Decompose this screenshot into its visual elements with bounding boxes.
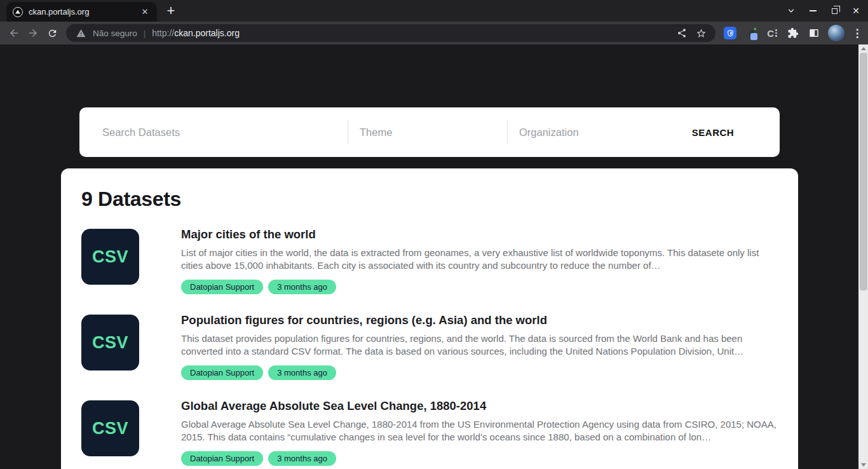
- updated-badge: 3 months ago: [268, 280, 336, 294]
- browser-menu-kebab-icon[interactable]: ⋮: [851, 27, 863, 40]
- dataset-row: CSV Major cities of the world List of ma…: [81, 229, 778, 294]
- share-icon[interactable]: [675, 26, 689, 40]
- colorpick-c-glyph: C: [767, 28, 774, 39]
- tab-title: ckan.portaljs.org: [29, 7, 133, 17]
- window-menu-chevron-icon[interactable]: [783, 3, 799, 19]
- dataset-title-link[interactable]: Major cities of the world: [181, 227, 316, 242]
- bitwarden-shield-icon: [724, 27, 736, 39]
- page-scrollbar[interactable]: [858, 44, 868, 469]
- window-controls: ✕: [778, 0, 864, 22]
- colorzilla-eyedropper-icon[interactable]: [744, 26, 758, 40]
- dataset-title-link[interactable]: Global Average Absolute Sea Level Change…: [181, 398, 486, 414]
- colorzilla-swatch: [750, 33, 757, 40]
- triangle-up-icon: [861, 47, 866, 50]
- browser-tab[interactable]: ckan.portaljs.org ✕: [6, 2, 157, 22]
- datasets-count-heading: 9 Datasets: [81, 187, 778, 211]
- url-host: ckan.portaljs.org: [174, 28, 240, 38]
- dataset-content: Global Average Absolute Sea Level Change…: [181, 398, 778, 466]
- back-button[interactable]: [4, 24, 24, 43]
- tab-strip: ckan.portaljs.org ✕ + ✕: [0, 0, 868, 22]
- address-bar[interactable]: Não seguro | http:// ckan.portaljs.org: [66, 24, 715, 42]
- close-window-button[interactable]: ✕: [848, 3, 864, 19]
- badge-row: Datopian Support 3 months ago: [181, 280, 778, 294]
- organization-field[interactable]: [508, 107, 646, 157]
- dataset-content: Major cities of the world List of major …: [181, 227, 778, 294]
- restore-icon: [832, 8, 837, 14]
- close-icon: ✕: [852, 6, 860, 16]
- dataset-row: CSV Global Average Absolute Sea Level Ch…: [81, 400, 778, 466]
- browser-toolbar: Não seguro | http:// ckan.portaljs.org C: [0, 22, 868, 44]
- security-label[interactable]: Não seguro: [93, 29, 137, 38]
- scrollbar-thumb[interactable]: [860, 53, 867, 290]
- url-scheme: http://: [152, 28, 174, 38]
- side-panel-icon[interactable]: [807, 26, 821, 40]
- dataset-content: Population figures for countries, region…: [181, 313, 778, 380]
- tab-close-icon[interactable]: ✕: [139, 6, 151, 18]
- org-badge: Datopian Support: [181, 280, 263, 294]
- org-badge: Datopian Support: [181, 451, 263, 466]
- dataset-search-bar: SEARCH: [79, 107, 780, 157]
- theme-input[interactable]: [348, 107, 507, 157]
- dataset-description: List of major cities in the world, the d…: [181, 247, 778, 272]
- search-datasets-field[interactable]: [79, 107, 348, 157]
- not-secure-warning-icon: [74, 26, 88, 40]
- profile-avatar[interactable]: [828, 25, 844, 41]
- minimize-icon: [810, 10, 817, 11]
- page-viewport: SEARCH 9 Datasets CSV Major cities of th…: [0, 44, 868, 469]
- bookmark-star-icon[interactable]: [694, 26, 708, 40]
- theme-field[interactable]: [348, 107, 507, 157]
- new-tab-button[interactable]: +: [162, 3, 180, 20]
- dataset-description: This dataset provides population figures…: [181, 332, 778, 358]
- triangle-down-icon: [861, 463, 866, 466]
- updated-badge: 3 months ago: [268, 451, 336, 466]
- reload-button[interactable]: [43, 24, 62, 43]
- datasets-panel: 9 Datasets CSV Major cities of the world…: [61, 168, 798, 469]
- site-favicon-icon: [13, 7, 23, 17]
- restore-button[interactable]: [826, 3, 843, 19]
- forward-button[interactable]: [24, 24, 43, 43]
- scroll-up-arrow[interactable]: [858, 44, 868, 53]
- extensions-puzzle-icon[interactable]: [786, 26, 800, 40]
- search-button[interactable]: SEARCH: [646, 107, 780, 157]
- search-datasets-input[interactable]: [79, 107, 348, 157]
- dataset-title-link[interactable]: Population figures for countries, region…: [181, 313, 547, 328]
- csv-format-icon: CSV: [81, 315, 139, 370]
- dataset-row: CSV Population figures for countries, re…: [81, 315, 778, 380]
- badge-row: Datopian Support 3 months ago: [181, 365, 778, 380]
- csv-format-icon: CSV: [81, 229, 139, 285]
- csv-format-icon: CSV: [81, 400, 139, 456]
- bitwarden-extension-icon[interactable]: [723, 26, 737, 40]
- scroll-down-arrow[interactable]: [858, 461, 868, 469]
- org-badge: Datopian Support: [181, 365, 263, 380]
- minimize-button[interactable]: [804, 3, 821, 19]
- colorpick-extension-icon[interactable]: C: [765, 26, 779, 40]
- colorpick-dots: [775, 29, 777, 37]
- url-separator: |: [142, 29, 147, 38]
- organization-input[interactable]: [508, 107, 646, 157]
- updated-badge: 3 months ago: [268, 365, 336, 380]
- badge-row: Datopian Support 3 months ago: [181, 451, 778, 466]
- dataset-description: Global Average Absolute Sea Level Change…: [181, 418, 778, 444]
- extensions-row: C ⋮: [723, 25, 863, 41]
